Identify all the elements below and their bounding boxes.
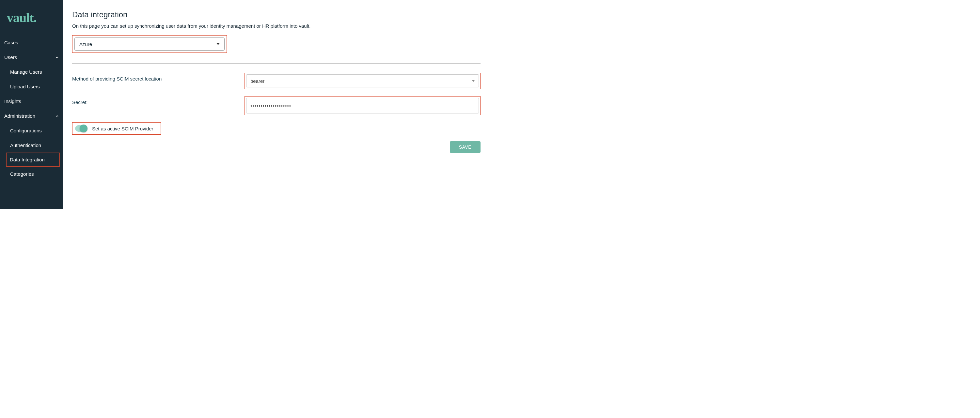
secret-input[interactable] (246, 98, 479, 114)
nav-upload-users[interactable]: Upload Users (0, 79, 63, 94)
nav-label: Administration (4, 113, 35, 119)
main-content: Data integration On this page you can se… (63, 0, 490, 209)
scim-method-select[interactable]: bearer (246, 74, 479, 87)
chevron-up-icon (55, 55, 59, 59)
active-provider-toggle[interactable] (75, 125, 88, 132)
secret-row: Secret: (72, 96, 480, 115)
nav-label: Categories (10, 171, 34, 177)
brand-logo: vault. (0, 0, 63, 35)
nav-label: Authentication (10, 142, 41, 148)
caret-down-icon (472, 80, 475, 82)
secret-label: Secret: (72, 96, 245, 105)
nav-users[interactable]: Users (0, 50, 63, 65)
nav-label: Configurations (10, 128, 42, 133)
chevron-up-icon (55, 114, 59, 118)
nav-cases[interactable]: Cases (0, 35, 63, 50)
page-title: Data integration (72, 10, 480, 19)
scim-method-value: bearer (250, 78, 264, 84)
nav-administration[interactable]: Administration (0, 109, 63, 123)
nav-manage-users[interactable]: Manage Users (0, 65, 63, 79)
toggle-knob (80, 125, 88, 132)
active-provider-toggle-row: Set as active SCIM Provider (72, 122, 161, 135)
scim-method-highlight: bearer (245, 73, 480, 89)
nav: Cases Users Manage Users Upload Users In… (0, 35, 63, 181)
nav-authentication[interactable]: Authentication (0, 138, 63, 153)
nav-configurations[interactable]: Configurations (0, 123, 63, 138)
nav-label: Data Integration (10, 157, 45, 162)
provider-select-value: Azure (80, 41, 92, 47)
scim-method-row: Method of providing SCIM secret location… (72, 73, 480, 89)
nav-label: Cases (4, 40, 18, 45)
secret-highlight (245, 96, 480, 115)
provider-select-highlight: Azure (72, 35, 227, 53)
page-description: On this page you can set up synchronizin… (72, 23, 480, 29)
provider-select[interactable]: Azure (75, 38, 224, 51)
save-row: SAVE (72, 141, 480, 153)
nav-label: Manage Users (10, 69, 42, 74)
sidebar: vault. Cases Users Manage Users Upload U… (0, 0, 63, 209)
nav-label: Insights (4, 98, 21, 104)
caret-down-icon (216, 43, 220, 45)
nav-data-integration[interactable]: Data Integration (6, 153, 60, 166)
save-button[interactable]: SAVE (450, 141, 480, 153)
active-provider-label: Set as active SCIM Provider (92, 126, 153, 131)
nav-label: Users (4, 54, 17, 60)
divider (72, 63, 480, 63)
nav-categories[interactable]: Categories (0, 166, 63, 181)
nav-label: Upload Users (10, 84, 40, 89)
nav-insights[interactable]: Insights (0, 94, 63, 109)
scim-method-label: Method of providing SCIM secret location (72, 73, 245, 82)
